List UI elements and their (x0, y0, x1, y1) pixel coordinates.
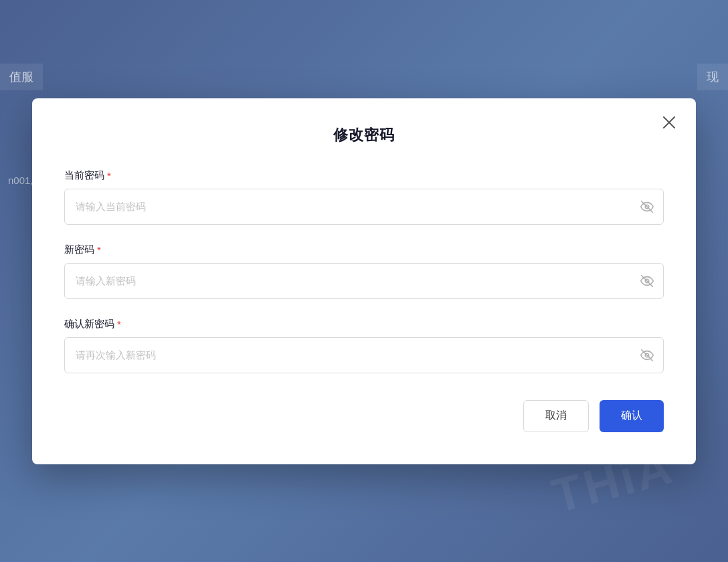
new-password-required: * (97, 244, 101, 256)
confirm-password-input-wrapper (64, 337, 664, 373)
current-password-label: 当前密码 * (64, 169, 664, 182)
current-password-label-text: 当前密码 (64, 169, 104, 182)
confirm-password-group: 确认新密码 * (64, 318, 664, 373)
modal-backdrop: 修改密码 当前密码 * (0, 0, 728, 562)
new-password-eye-icon[interactable] (640, 274, 654, 288)
confirm-password-required: * (117, 318, 121, 330)
close-icon (663, 116, 675, 128)
new-password-label-text: 新密码 (64, 244, 94, 256)
confirm-button[interactable]: 确认 (600, 400, 664, 432)
new-password-label: 新密码 * (64, 244, 664, 256)
confirm-password-label: 确认新密码 * (64, 318, 664, 331)
current-password-group: 当前密码 * (64, 169, 664, 225)
current-password-input[interactable] (64, 189, 664, 225)
cancel-button[interactable]: 取消 (523, 400, 589, 432)
current-password-required: * (107, 170, 111, 181)
current-password-input-wrapper (64, 189, 664, 225)
new-password-input-wrapper (64, 263, 664, 299)
modal-title: 修改密码 (64, 125, 664, 145)
confirm-password-eye-icon[interactable] (640, 348, 654, 363)
new-password-input[interactable] (64, 263, 664, 299)
modal-footer: 取消 确认 (64, 400, 664, 432)
modal-header: 修改密码 (64, 125, 664, 145)
close-button[interactable] (658, 112, 680, 133)
current-password-eye-icon[interactable] (640, 199, 654, 214)
change-password-form: 当前密码 * 新密码 (64, 169, 664, 432)
new-password-group: 新密码 * (64, 244, 664, 299)
change-password-modal: 修改密码 当前密码 * (32, 98, 696, 464)
confirm-password-input[interactable] (64, 337, 664, 373)
confirm-password-label-text: 确认新密码 (64, 318, 114, 331)
